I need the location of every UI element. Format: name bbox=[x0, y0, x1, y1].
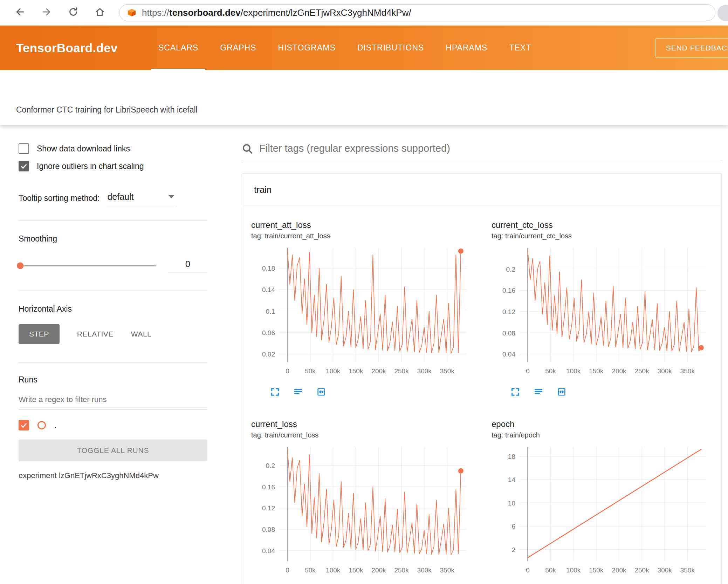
data-table-button[interactable] bbox=[533, 387, 544, 398]
chart-figure[interactable]: 26101418050k100k150k200k250k300k350k bbox=[492, 443, 712, 579]
charts-grid: current_att_loss tag: train/current_att_… bbox=[242, 206, 721, 584]
svg-text:6: 6 bbox=[511, 523, 515, 530]
svg-text:0.08: 0.08 bbox=[502, 330, 515, 337]
svg-text:300k: 300k bbox=[658, 566, 672, 574]
svg-text:200k: 200k bbox=[612, 367, 626, 375]
chart-title: current_att_loss bbox=[251, 220, 476, 230]
home-icon bbox=[95, 7, 105, 19]
svg-text:200k: 200k bbox=[371, 566, 386, 574]
runs-label: Runs bbox=[19, 375, 207, 385]
svg-text:350k: 350k bbox=[440, 566, 455, 574]
chart-epoch: epoch tag: train/epoch 26101418050k100k1… bbox=[492, 419, 716, 584]
tab-hparams[interactable]: HPARAMS bbox=[446, 26, 487, 70]
axis-wall-button[interactable]: WALL bbox=[131, 330, 151, 338]
svg-text:250k: 250k bbox=[394, 566, 409, 574]
show-download-links-label: Show data download links bbox=[37, 144, 130, 154]
tab-histograms[interactable]: HISTOGRAMS bbox=[278, 26, 336, 70]
chart-tag: tag: train/epoch bbox=[492, 431, 716, 439]
filter-tags-input[interactable] bbox=[259, 143, 722, 154]
chevron-down-icon bbox=[169, 195, 174, 198]
fit-domain-icon bbox=[316, 387, 326, 398]
chart-current-loss: current_loss tag: train/current_loss 0.0… bbox=[251, 419, 476, 584]
svg-text:0.14: 0.14 bbox=[262, 286, 275, 293]
svg-text:300k: 300k bbox=[417, 367, 432, 375]
svg-text:250k: 250k bbox=[634, 367, 649, 375]
fit-domain-button[interactable] bbox=[316, 387, 327, 398]
tab-scalars[interactable]: SCALARS bbox=[158, 26, 198, 70]
fit-domain-icon bbox=[557, 387, 566, 398]
svg-text:0.06: 0.06 bbox=[262, 329, 275, 337]
browser-chrome: https://tensorboard.dev/experiment/lzGnE… bbox=[0, 0, 728, 26]
show-download-links-checkbox[interactable] bbox=[19, 143, 29, 154]
back-button[interactable] bbox=[13, 5, 27, 20]
svg-text:50k: 50k bbox=[545, 367, 556, 375]
chart-title: current_ctc_loss bbox=[492, 220, 716, 230]
run-name: . bbox=[54, 420, 57, 430]
ignore-outliers-label: Ignore outliers in chart scaling bbox=[37, 162, 144, 171]
filter-tags-row bbox=[242, 143, 722, 160]
toggle-all-runs-button[interactable]: TOGGLE ALL RUNS bbox=[19, 440, 207, 461]
tab-distributions[interactable]: DISTRIBUTIONS bbox=[357, 26, 424, 70]
fullscreen-button[interactable] bbox=[269, 387, 281, 398]
chart-tag: tag: train/current_ctc_loss bbox=[492, 232, 716, 240]
svg-text:50k: 50k bbox=[545, 566, 556, 574]
divider bbox=[19, 291, 207, 291]
svg-text:0: 0 bbox=[526, 367, 530, 375]
chart-actions bbox=[251, 387, 476, 398]
chart-figure[interactable]: 0.040.080.120.160.2050k100k150k200k250k3… bbox=[492, 244, 712, 380]
axis-relative-button[interactable]: RELATIVE bbox=[77, 330, 114, 338]
chart-figure[interactable]: 0.020.060.10.140.18050k100k150k200k250k3… bbox=[251, 244, 472, 380]
address-bar[interactable]: https://tensorboard.dev/experiment/lzGnE… bbox=[119, 4, 715, 21]
brand-logo[interactable]: TensorBoard.dev bbox=[16, 41, 118, 55]
experiment-title: Conformer CTC training for LibriSpeech w… bbox=[16, 105, 198, 115]
smoothing-slider-row: 0 bbox=[19, 259, 207, 272]
show-download-links-row[interactable]: Show data download links bbox=[19, 143, 207, 154]
chart-current-att-loss: current_att_loss tag: train/current_att_… bbox=[251, 220, 476, 398]
data-table-icon bbox=[293, 387, 303, 398]
runs-filter-input[interactable] bbox=[19, 393, 207, 409]
smoothing-slider-thumb[interactable] bbox=[17, 263, 23, 269]
chart-figure[interactable]: 0.040.080.120.160.2050k100k150k200k250k3… bbox=[251, 443, 472, 579]
ignore-outliers-checkbox[interactable] bbox=[19, 161, 29, 171]
tab-graphs[interactable]: GRAPHS bbox=[220, 26, 256, 70]
svg-text:0.02: 0.02 bbox=[262, 351, 275, 358]
train-section-title[interactable]: train bbox=[242, 174, 721, 206]
chart-tag: tag: train/current_att_loss bbox=[251, 232, 476, 240]
run-checkbox[interactable] bbox=[19, 420, 29, 430]
svg-text:0: 0 bbox=[286, 566, 289, 574]
svg-text:300k: 300k bbox=[658, 367, 672, 375]
svg-text:150k: 150k bbox=[589, 367, 604, 375]
chart-tag: tag: train/current_loss bbox=[251, 431, 476, 439]
svg-text:150k: 150k bbox=[349, 367, 363, 375]
reload-icon bbox=[68, 7, 78, 19]
url-path: /experiment/lzGnETjwRxC3yghNMd4kPw/ bbox=[241, 7, 411, 18]
forward-icon bbox=[41, 7, 52, 19]
run-row[interactable]: . bbox=[19, 420, 207, 430]
fullscreen-button[interactable] bbox=[510, 387, 521, 398]
divider bbox=[19, 362, 207, 362]
data-table-button[interactable] bbox=[293, 387, 304, 398]
send-feedback-button[interactable]: SEND FEEDBACK bbox=[655, 38, 728, 58]
axis-step-button[interactable]: STEP bbox=[19, 324, 60, 344]
svg-text:250k: 250k bbox=[634, 566, 649, 574]
browser-profile-avatar[interactable] bbox=[717, 5, 728, 21]
forward-button[interactable] bbox=[39, 5, 54, 20]
svg-text:0.12: 0.12 bbox=[502, 308, 515, 315]
home-button[interactable] bbox=[92, 5, 107, 20]
chart-current-ctc-loss: current_ctc_loss tag: train/current_ctc_… bbox=[492, 220, 716, 398]
tensorboard-header: TensorBoard.dev SCALARS GRAPHS HISTOGRAM… bbox=[0, 26, 728, 70]
top-nav: SCALARS GRAPHS HISTOGRAMS DISTRIBUTIONS … bbox=[158, 26, 531, 70]
svg-text:0.2: 0.2 bbox=[506, 266, 515, 273]
smoothing-value-input[interactable]: 0 bbox=[168, 259, 207, 272]
svg-text:0.1: 0.1 bbox=[266, 308, 275, 315]
tooltip-sorting-row: Tooltip sorting method: default bbox=[19, 191, 207, 205]
chart-title: current_loss bbox=[251, 419, 476, 429]
reload-button[interactable] bbox=[66, 5, 81, 20]
svg-text:350k: 350k bbox=[680, 566, 695, 574]
svg-text:0.12: 0.12 bbox=[262, 504, 275, 512]
fit-domain-button[interactable] bbox=[556, 387, 567, 398]
tab-text[interactable]: TEXT bbox=[509, 26, 531, 70]
ignore-outliers-row[interactable]: Ignore outliers in chart scaling bbox=[19, 161, 207, 171]
smoothing-slider[interactable] bbox=[19, 265, 156, 266]
tooltip-sorting-select[interactable]: default bbox=[107, 191, 175, 205]
